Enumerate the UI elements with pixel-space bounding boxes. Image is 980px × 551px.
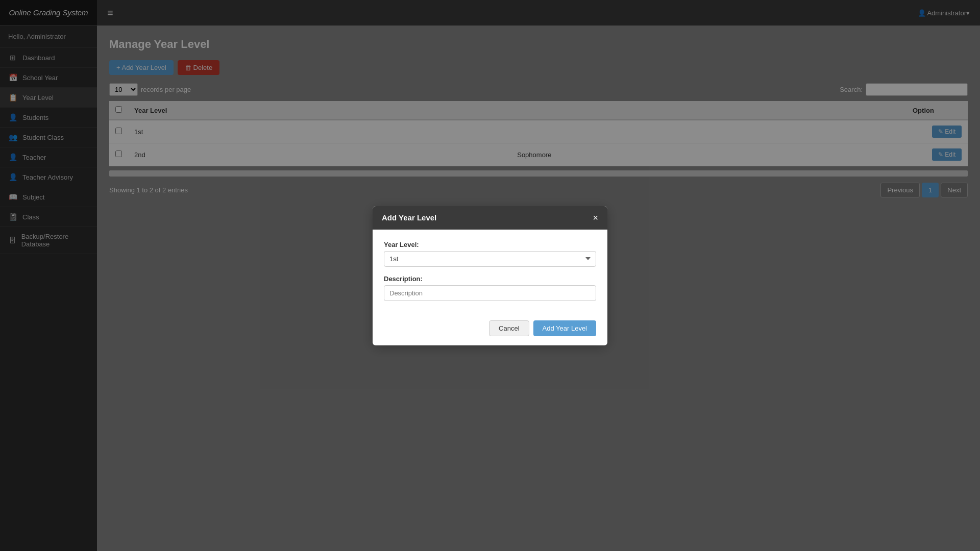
- modal-footer: Cancel Add Year Level: [373, 314, 607, 345]
- cancel-button[interactable]: Cancel: [489, 320, 529, 336]
- description-input[interactable]: [384, 285, 596, 301]
- description-label: Description:: [384, 275, 596, 283]
- modal-overlay: Add Year Level × Year Level: 1st 2nd 3rd…: [0, 0, 980, 551]
- modal: Add Year Level × Year Level: 1st 2nd 3rd…: [373, 206, 607, 345]
- year-level-select[interactable]: 1st 2nd 3rd 4th 5th 6th: [384, 251, 596, 267]
- submit-add-year-level-button[interactable]: Add Year Level: [533, 320, 596, 336]
- year-level-label: Year Level:: [384, 241, 596, 248]
- modal-header: Add Year Level ×: [373, 206, 607, 230]
- modal-close-button[interactable]: ×: [593, 213, 598, 222]
- year-level-field-group: Year Level: 1st 2nd 3rd 4th 5th 6th: [384, 241, 596, 267]
- modal-body: Year Level: 1st 2nd 3rd 4th 5th 6th Desc…: [373, 230, 607, 314]
- description-field-group: Description:: [384, 275, 596, 301]
- modal-title: Add Year Level: [382, 213, 436, 222]
